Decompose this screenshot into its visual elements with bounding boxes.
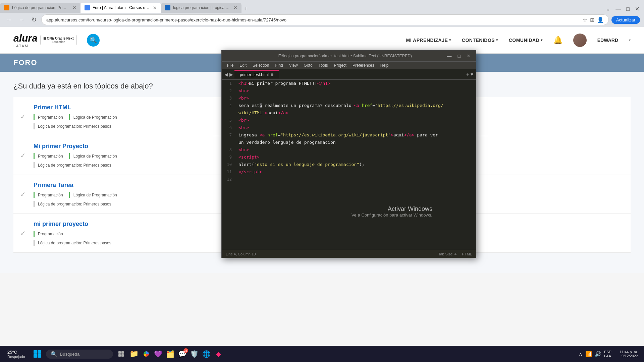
sublime-menu-project[interactable]: Project [331, 62, 349, 68]
sublime-menu-tools[interactable]: Tools [316, 62, 331, 68]
user-chevron-icon[interactable]: ▾ [629, 38, 631, 42]
taskbar-search[interactable]: 🔍 Búsqueda [46, 350, 113, 359]
address-bar: ← → ↻ app.aluracursos.com/forum/curso-lo… [0, 13, 644, 27]
taskbar-app-sublime[interactable]: ◆ [214, 349, 224, 359]
code-line-1: <h1>mi primer programa HTML!!!</h1> [238, 80, 473, 87]
start-button[interactable] [31, 348, 43, 360]
extensions-icon[interactable]: ⊞ [590, 17, 594, 23]
sublime-code-area[interactable]: <h1>mi primer programa HTML!!!</h1> <br>… [235, 80, 476, 250]
activate-windows-title: Activar Windows [352, 205, 432, 213]
weather-temp: 25°C [7, 350, 25, 355]
taskbar-file-explorer[interactable]: 📁 [129, 349, 139, 359]
code-line-9: <script> [238, 154, 473, 161]
sublime-tab-back[interactable]: ◀ [224, 72, 228, 77]
taskbar-app-avast[interactable]: 🛡️ [190, 349, 200, 359]
reload-button[interactable]: ↻ [30, 15, 39, 25]
nav-comunidad[interactable]: COMUNIDAD ▾ [509, 38, 543, 43]
browser-tab-1[interactable]: Lógica de programación: Primer... ✕ [0, 3, 80, 13]
check-icon-1: ✓ [20, 152, 26, 160]
url-bar[interactable]: app.aluracursos.com/forum/curso-logica-d… [41, 14, 609, 25]
user-name[interactable]: EDWARD [597, 38, 618, 43]
tab-label-3: logica programacion | Lógica de... [173, 5, 231, 10]
sublime-menu-preferences[interactable]: Preferences [350, 62, 377, 68]
back-button[interactable]: ← [4, 15, 14, 25]
avatar[interactable] [573, 34, 587, 47]
sublime-menu-view[interactable]: View [286, 62, 301, 68]
new-tab-button[interactable]: + [241, 6, 251, 13]
taskbar-explorer2[interactable]: 🗂️ [165, 349, 175, 359]
sublime-tab-forward[interactable]: ▶ [229, 72, 233, 77]
taskbar-app-browser2[interactable]: 🌐 [202, 349, 212, 359]
sublime-maximize-button[interactable]: □ [456, 53, 463, 59]
sublime-minimize-button[interactable]: — [445, 53, 454, 59]
tray-network-icon[interactable]: 📶 [585, 351, 592, 357]
sublime-menu-edit[interactable]: Edit [237, 62, 249, 68]
tray-arrow-icon[interactable]: ∧ [579, 351, 583, 357]
sublime-unsaved-indicator [271, 73, 273, 76]
sublime-taskbar-icon: ◆ [216, 350, 221, 358]
tab-minimize-button[interactable]: ⌄ [604, 5, 612, 13]
explorer2-icon: 🗂️ [166, 350, 174, 358]
chrome-icon [144, 351, 149, 357]
code-line-4: sera esto realmente un programa? descubr… [238, 102, 473, 109]
sublime-window-buttons: — □ ✕ [445, 53, 473, 59]
sublime-tab-list-button[interactable]: ▾ [471, 71, 473, 77]
tab-favicon-2 [85, 5, 90, 10]
profile-icon[interactable]: 👤 [597, 17, 604, 23]
taskbar-task-view[interactable] [116, 349, 126, 359]
sublime-status-right: Tab Size: 4 HTML [438, 252, 472, 256]
check-icon-0: ✓ [20, 113, 26, 121]
tab-close-1[interactable]: ✕ [72, 5, 76, 10]
sublime-menu-goto[interactable]: Goto [301, 62, 315, 68]
taskbar-app-whatsapp[interactable]: 💬 25 [177, 349, 187, 359]
sublime-status-lang: HTML [462, 252, 472, 256]
nav-mi-aprendizaje[interactable]: MI APRENDIZAJE ▾ [406, 38, 451, 43]
tab-close-3[interactable]: ✕ [233, 5, 237, 10]
close-window-button[interactable]: ✕ [633, 5, 641, 13]
sublime-tabs: ◀ ▶ primer_test.html + ▾ [222, 69, 476, 80]
bell-icon[interactable]: 🔔 [553, 36, 562, 45]
one-badge-line1: ⊞ ONE Oracle Next [43, 37, 74, 40]
tab-bar: Lógica de programación: Primer... ✕ Foro… [0, 0, 644, 13]
minimize-window-button[interactable]: — [613, 5, 623, 13]
system-tray: ∧ 📶 🔊 ESPLAA [575, 350, 615, 358]
sublime-active-tab[interactable]: primer_test.html [234, 70, 279, 78]
update-button[interactable]: Actualizar [611, 16, 640, 24]
taskbar-chrome[interactable] [141, 349, 151, 359]
taskbar-search-label: Búsqueda [60, 352, 80, 357]
nav-contenidos[interactable]: CONTENIDOS ▾ [462, 38, 498, 43]
sublime-editor[interactable]: 1 2 3 4 5 6 7 8 9 10 11 12 <h1>mi primer… [222, 80, 476, 250]
browser-tab-2[interactable]: Foro | Alura Latam - Cursos onli... ✕ [80, 3, 161, 13]
site-header: alura LATAM ⊞ ONE Oracle Next Education … [0, 27, 644, 54]
tag-logica-2: Lógica de Programación [69, 192, 120, 198]
sublime-menu-selection[interactable]: Selection [250, 62, 272, 68]
sublime-menu-file[interactable]: File [224, 62, 236, 68]
star-icon[interactable]: ☆ [583, 17, 587, 23]
sublime-menu-help[interactable]: Help [378, 62, 391, 68]
svg-rect-1 [121, 351, 124, 354]
taskbar-teams[interactable]: 💜 [153, 349, 163, 359]
tray-volume-icon[interactable]: 🔊 [595, 351, 601, 357]
sublime-new-tab-button[interactable]: + [466, 71, 469, 77]
system-clock[interactable]: 11:44 p. m. 9/12/2022 [618, 350, 640, 358]
code-line-7b: un verdadero lenguaje de programación [238, 139, 473, 146]
maximize-window-button[interactable]: □ [624, 5, 632, 13]
browser2-icon: 🌐 [202, 350, 211, 358]
search-button[interactable]: 🔍 [87, 34, 100, 47]
code-line-7: ingresa <a href="https://es.wikipedia.or… [238, 131, 473, 139]
taskbar-pinned-apps: 📁 💜 🗂️ 💬 25 🛡️ 🌐 ◆ [129, 349, 224, 359]
browser-tab-3[interactable]: logica programacion | Lógica de... ✕ [161, 3, 241, 13]
sublime-tab-actions: + ▾ [466, 71, 473, 77]
sublime-close-button[interactable]: ✕ [465, 53, 473, 59]
whatsapp-badge: 25 [183, 348, 188, 353]
sublime-titlebar: E:\logica programacion\primer_test.html … [222, 51, 476, 61]
sublime-menu-find[interactable]: Find [272, 62, 285, 68]
weather-desc: Despejado [7, 355, 25, 359]
svg-rect-0 [118, 351, 121, 354]
sublime-status-position: Line 4, Column 10 [226, 252, 256, 256]
logo-latam: LATAM [13, 44, 38, 48]
tab-close-2[interactable]: ✕ [153, 5, 157, 10]
forward-button[interactable]: → [17, 15, 27, 25]
system-time: 11:44 p. m. [620, 350, 638, 354]
check-icon-3: ✓ [20, 229, 26, 237]
